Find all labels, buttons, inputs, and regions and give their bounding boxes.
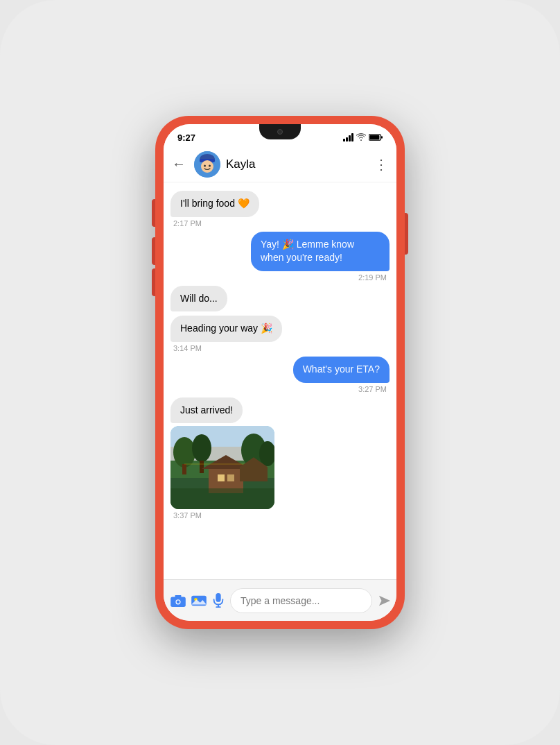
svg-rect-18 (252, 465, 256, 476)
message-time: 3:14 PM (170, 344, 204, 352)
camera-button[interactable] (170, 590, 186, 612)
camera-dot (277, 129, 283, 135)
svg-point-8 (209, 164, 211, 166)
list-item: Yay! 🎉 Lemme know when you're ready! 2:1… (251, 232, 390, 282)
contact-name: Kayla (226, 157, 366, 171)
svg-rect-2 (369, 135, 379, 139)
gallery-button[interactable] (191, 590, 207, 612)
message-time: 3:27 PM (356, 385, 390, 393)
wifi-icon (356, 133, 366, 142)
message-time: 3:37 PM (170, 511, 204, 520)
message-time: 2:17 PM (170, 219, 204, 228)
avatar (194, 151, 220, 178)
send-button[interactable] (378, 590, 392, 612)
svg-rect-22 (218, 474, 225, 481)
signal-icon (343, 133, 353, 142)
status-bar: 9:27 (164, 124, 396, 146)
outgoing-bubble: What's your ETA? (293, 357, 390, 383)
page-background: 9:27 (0, 0, 560, 745)
list-item: I'll bring food 🧡 2:17 PM (170, 191, 259, 228)
svg-point-15 (192, 434, 211, 462)
list-item: Just arrived! (170, 397, 274, 520)
svg-point-7 (204, 164, 206, 166)
svg-rect-23 (227, 474, 234, 481)
battery-icon (369, 133, 383, 142)
chat-header: ← (164, 146, 396, 182)
svg-marker-36 (379, 595, 390, 605)
svg-rect-16 (200, 461, 204, 473)
back-button[interactable]: ← (169, 153, 189, 175)
status-time: 9:27 (177, 132, 195, 143)
svg-rect-25 (170, 488, 274, 509)
svg-rect-1 (381, 136, 383, 138)
incoming-bubble: Will do... (170, 286, 227, 312)
notch (259, 124, 301, 139)
list-item: What's your ETA? 3:27 PM (293, 357, 390, 393)
message-input[interactable] (230, 588, 372, 613)
svg-rect-33 (216, 593, 220, 602)
microphone-button[interactable] (212, 590, 225, 612)
incoming-bubble: I'll bring food 🧡 (170, 191, 259, 217)
svg-rect-14 (182, 464, 186, 474)
svg-point-13 (173, 437, 195, 468)
incoming-bubble: Just arrived! (170, 397, 243, 424)
phone-screen: 9:27 (164, 124, 396, 621)
more-options-button[interactable]: ⋮ (371, 153, 391, 175)
message-image (170, 426, 274, 509)
svg-rect-29 (175, 594, 182, 597)
status-icons (343, 133, 383, 142)
incoming-bubble: Heading your way 🎉 (170, 316, 282, 342)
svg-point-28 (177, 600, 180, 603)
input-area (164, 579, 396, 621)
list-item: Will do... (170, 286, 227, 312)
outgoing-bubble: Yay! 🎉 Lemme know when you're ready! (251, 232, 390, 271)
message-time: 2:19 PM (356, 273, 390, 282)
phone-shell: 9:27 (155, 116, 405, 629)
messages-area: I'll bring food 🧡 2:17 PM Yay! 🎉 Lemme k… (164, 182, 396, 579)
svg-point-6 (201, 160, 213, 173)
list-item: Heading your way 🎉 3:14 PM (170, 316, 282, 352)
